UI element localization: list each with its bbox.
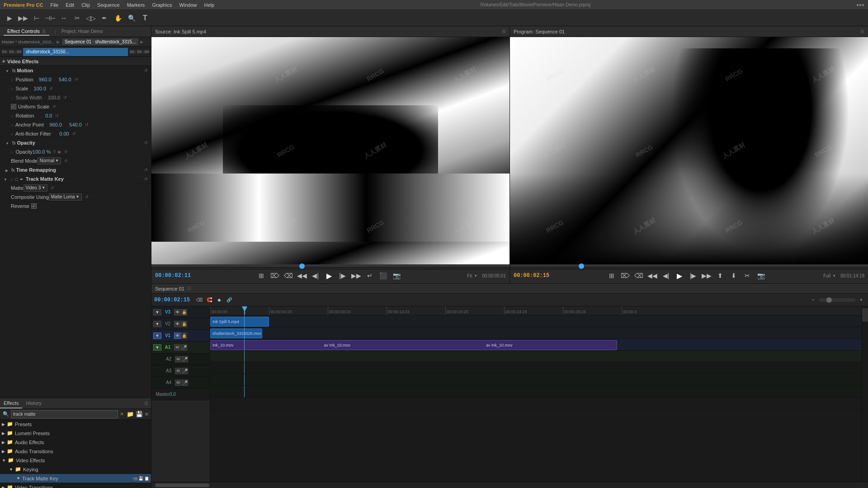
save-preset-icon[interactable]: 💾: [136, 411, 143, 418]
program-scrub-bar[interactable]: [510, 264, 868, 267]
opacity-section-reset[interactable]: ↺: [143, 140, 149, 146]
scale-width-value[interactable]: 100.0: [42, 95, 60, 100]
program-step-back-btn[interactable]: ◀◀: [647, 270, 658, 281]
opacity-value-row[interactable]: ○ Opacity 100.0 % ⏱ ◉ ↺: [0, 147, 151, 156]
menu-graphics[interactable]: Graphics: [152, 2, 172, 8]
v2-lock-btn[interactable]: 🔒: [181, 321, 187, 327]
program-add-marker-btn[interactable]: ⊞: [606, 270, 617, 281]
track-select-tool[interactable]: ▶▶: [18, 13, 28, 23]
opacity-reset[interactable]: ↺: [63, 149, 69, 155]
v3-lock-btn[interactable]: 🔒: [181, 309, 187, 315]
program-extract-btn[interactable]: ⬇: [728, 270, 739, 281]
a1-mic-btn[interactable]: 🎤: [181, 344, 187, 351]
pen-tool[interactable]: ✒: [99, 13, 109, 23]
anti-flicker-reset[interactable]: ↺: [71, 131, 77, 137]
timeline-zoom-slider[interactable]: [819, 298, 855, 302]
presets-item[interactable]: ▶ 📁 Presets: [0, 420, 151, 429]
anti-flicker-row[interactable]: ○ Anti-flicker Filter 0.00 ↺: [0, 129, 151, 138]
a2-mute-btn[interactable]: M: [175, 356, 181, 362]
program-monitor-menu-icon[interactable]: ☰: [860, 29, 864, 34]
timeline-zoom-out-btn[interactable]: −: [809, 296, 817, 304]
audio-transitions-item[interactable]: ▶ 📁 Audio Transitions: [0, 447, 151, 456]
composite-dropdown[interactable]: Matte Luma ▼: [49, 193, 82, 201]
v1-clip[interactable]: Ink_10.mov av Ink_10.mov av Ink_10.mov: [210, 340, 617, 350]
rate-stretch-tool[interactable]: ↔: [59, 13, 69, 23]
lumetri-presets-item[interactable]: ▶ 📁 Lumetri Presets: [0, 429, 151, 438]
scale-value[interactable]: 100.0: [28, 86, 46, 91]
a4-mute-btn[interactable]: M: [175, 380, 181, 386]
matte-row[interactable]: Matte Video 3 ▼ ↺: [0, 183, 151, 192]
uniform-scale-checkbox[interactable]: ✓: [11, 104, 16, 109]
audio-effects-item[interactable]: ▶ 📁 Audio Effects: [0, 438, 151, 447]
reverse-checkbox[interactable]: ✓: [31, 203, 37, 209]
composite-using-row[interactable]: Composite Using Matte Luma ▼ ↺: [0, 192, 151, 202]
source-step-fwd-btn[interactable]: ▶▶: [351, 270, 362, 281]
video-transitions-item[interactable]: ▶ 📁 Video Transitions: [0, 483, 151, 488]
v1-toggle[interactable]: ▼: [153, 333, 161, 339]
a1-mute-btn[interactable]: M: [174, 344, 180, 351]
time-remapping-row[interactable]: ▶ fx Time Remapping ↺: [0, 165, 151, 174]
text-tool[interactable]: T: [140, 13, 150, 23]
motion-row[interactable]: ▼ fx Motion ↺: [0, 66, 151, 75]
search-clear-icon[interactable]: ✕: [120, 411, 124, 417]
source-overwrite-btn[interactable]: ⬛: [378, 270, 389, 281]
timeline-bottom-scrollbar[interactable]: [151, 482, 868, 488]
source-camera-btn[interactable]: 📷: [392, 270, 402, 281]
program-play-btn[interactable]: ▶: [674, 270, 685, 281]
matte-reset[interactable]: ↺: [49, 185, 56, 191]
source-insert-btn[interactable]: ↵: [364, 270, 375, 281]
anchor-x[interactable]: 960.0: [44, 122, 62, 127]
hand-tool[interactable]: ✋: [113, 13, 123, 23]
source-out-btn[interactable]: ⌫: [283, 270, 294, 281]
tab-effects[interactable]: Effects: [0, 399, 22, 408]
new-folder-icon[interactable]: 📁: [127, 411, 134, 418]
anchor-reset[interactable]: ↺: [84, 122, 90, 128]
menu-help[interactable]: Help: [204, 2, 215, 8]
a4-mic-btn[interactable]: 🎤: [182, 380, 188, 386]
rotation-value[interactable]: 0.0: [34, 113, 52, 118]
menu-edit[interactable]: Edit: [66, 2, 74, 8]
razor-tool[interactable]: ✂: [72, 13, 82, 23]
time-remapping-reset[interactable]: ↺: [143, 167, 149, 173]
find-icon[interactable]: ≡: [145, 411, 148, 418]
timeline-snap-btn[interactable]: 🧲: [205, 296, 213, 304]
motion-reset[interactable]: ↺: [143, 67, 149, 74]
scale-width-reset[interactable]: ↺: [62, 94, 68, 101]
v3-eye-btn[interactable]: 👁: [174, 309, 180, 315]
scale-reset[interactable]: ↺: [48, 85, 54, 92]
ripple-edit-tool[interactable]: ⊢: [32, 13, 42, 23]
uniform-scale-reset[interactable]: ↺: [51, 103, 57, 110]
source-in-btn[interactable]: ⌦: [269, 270, 280, 281]
menu-window[interactable]: Window: [179, 2, 197, 8]
zoom-tool[interactable]: 🔍: [127, 13, 137, 23]
position-x[interactable]: 960.0: [33, 77, 52, 82]
a1-toggle[interactable]: ▼: [153, 344, 161, 351]
scale-width-row[interactable]: ○ Scale Width 100.0 ↺: [0, 93, 151, 102]
timeline-link-btn[interactable]: 🔗: [225, 296, 233, 304]
source-step-frame-fwd-btn[interactable]: |▶: [337, 270, 348, 281]
scale-row[interactable]: ○ Scale 100.0 ↺: [0, 84, 151, 93]
select-tool[interactable]: ▶: [5, 13, 14, 23]
source-add-marker-btn[interactable]: ⊞: [256, 270, 267, 281]
track-matte-reset[interactable]: ↺: [143, 176, 149, 182]
program-step-frame-fwd-btn[interactable]: |▶: [688, 270, 698, 281]
uniform-scale-row[interactable]: ✓ Uniform Scale ↺: [0, 102, 151, 111]
timeline-back-btn[interactable]: ⌫: [195, 296, 203, 304]
v1-eye-btn[interactable]: 👁: [174, 333, 180, 339]
rolling-edit-tool[interactable]: ⊣⊢: [45, 13, 55, 23]
program-camera-btn[interactable]: 📷: [755, 270, 766, 281]
position-y[interactable]: 540.0: [53, 77, 71, 82]
a3-mic-btn[interactable]: 🎤: [182, 368, 188, 374]
v2-toggle[interactable]: ▼: [153, 321, 161, 327]
anchor-point-row[interactable]: ○ Anchor Point 960.0 540.0 ↺: [0, 120, 151, 129]
v2-eye-btn[interactable]: 👁: [174, 321, 180, 327]
source-play-btn[interactable]: ▶: [324, 270, 335, 281]
composite-reset[interactable]: ↺: [84, 194, 90, 200]
v3-clip[interactable]: Ink Spill 5.mp4: [210, 317, 269, 327]
source-step-frame-back-btn[interactable]: ◀|: [310, 270, 321, 281]
blend-mode-row[interactable]: Blend Mode Normal ▼ ↺: [0, 156, 151, 165]
v1-lock-btn[interactable]: 🔒: [181, 333, 187, 339]
video-effects-folder-item[interactable]: ▼ 📁 Video Effects: [0, 456, 151, 465]
anti-flicker-value[interactable]: 0.00: [51, 131, 69, 136]
reverse-row[interactable]: Reverse ✓: [0, 202, 151, 211]
